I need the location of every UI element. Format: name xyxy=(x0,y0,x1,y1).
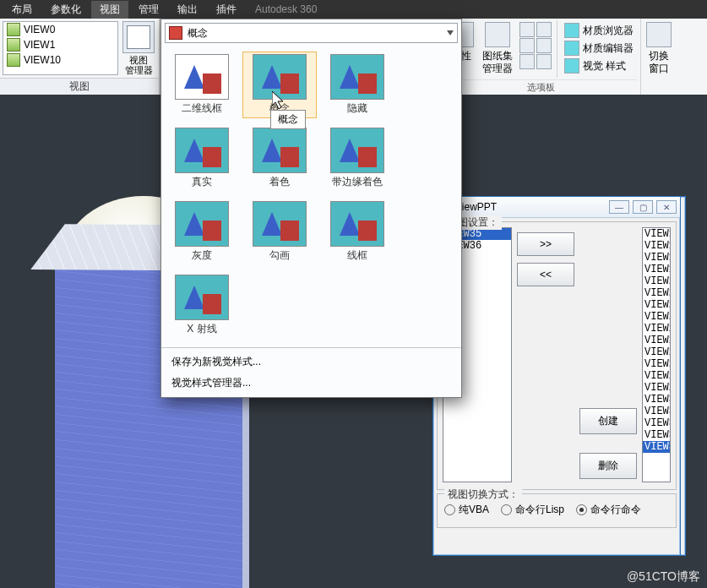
visual-style-manager[interactable]: 视觉样式管理器... xyxy=(161,373,461,394)
material-browser-icon xyxy=(564,23,579,38)
list-item[interactable]: VIEW17 xyxy=(643,240,670,252)
list-item[interactable]: VIEW34 xyxy=(643,441,670,453)
list-item[interactable]: VIEW23 xyxy=(643,311,670,323)
create-button[interactable]: 创建 xyxy=(579,408,637,434)
list-item[interactable]: VIEW24 xyxy=(643,323,670,335)
menu-layout[interactable]: 布局 xyxy=(3,1,41,19)
list-item[interactable]: VIEW26 xyxy=(643,346,670,358)
visual-style-shaded_edges[interactable]: 带边缘着色 xyxy=(320,125,394,192)
tooltip: 概念 xyxy=(270,110,306,129)
maximize-button[interactable]: ▢ xyxy=(633,200,653,214)
radio-icon xyxy=(576,504,587,515)
visual-style-thumb xyxy=(175,275,229,320)
visual-styles-footer: 保存为新视觉样式... 视觉样式管理器... xyxy=(161,347,461,397)
move-left-button[interactable]: << xyxy=(517,263,574,286)
visual-style-realistic[interactable]: 真实 xyxy=(165,125,239,192)
switch-mode-group: 视图切换方式： 纯VBA命令行Lisp命令行命令 xyxy=(437,493,677,528)
list-item[interactable]: VIEW30 xyxy=(643,394,670,406)
menu-parametric[interactable]: 参数化 xyxy=(42,1,90,19)
list-item[interactable]: VIEW22 xyxy=(643,299,670,311)
app-root: 布局 参数化 视图 管理 输出 插件 Autodesk 360 ▾ ◪▾ VIE… xyxy=(0,0,707,588)
small-icon[interactable] xyxy=(519,38,535,53)
visual-styles-grid: 二维线框概念隐藏真实着色带边缘着色灰度勾画线框X 射线 xyxy=(161,46,461,347)
material-browser-button[interactable]: 材质浏览器 xyxy=(563,22,635,39)
menu-bar: 布局 参数化 视图 管理 输出 插件 Autodesk 360 ▾ ◪▾ xyxy=(0,0,707,19)
named-view-item: VIEW0 xyxy=(3,22,117,37)
chevron-down-icon xyxy=(447,30,454,35)
list-item[interactable]: VIEW29 xyxy=(643,382,670,394)
visual-style-thumb xyxy=(253,201,307,247)
menu-output[interactable]: 输出 xyxy=(169,1,206,19)
named-view-item: VIEW1 xyxy=(3,37,117,52)
visual-style-thumb xyxy=(330,54,384,100)
small-icon[interactable] xyxy=(519,54,535,69)
views-panel: VIEW0 VIEW1 VIEW10 视图 管理器 视图 xyxy=(0,19,160,95)
small-icon[interactable] xyxy=(536,22,552,37)
switch-window-button[interactable]: 切换 窗口 xyxy=(644,20,673,78)
visual-style-thumb xyxy=(175,128,229,173)
visual-style-xray[interactable]: X 射线 xyxy=(165,272,239,339)
visual-style-label: 二维线框 xyxy=(182,101,222,116)
viewppt-window: ViewPPT — ▢ ✕ 视图设置： VIEW35VIEW36 >> << 创… xyxy=(432,196,681,556)
list-item[interactable]: VIEW32 xyxy=(643,417,670,429)
visual-style-label: 灰度 xyxy=(192,248,212,263)
radio-option[interactable]: 命令行命令 xyxy=(576,503,641,517)
menu-autodesk360[interactable]: Autodesk 360 xyxy=(247,2,325,17)
menu-plugins[interactable]: 插件 xyxy=(208,1,245,19)
list-item[interactable]: VIEW25 xyxy=(643,335,670,346)
list-item[interactable]: VIEW28 xyxy=(643,370,670,382)
close-button[interactable]: ✕ xyxy=(656,200,677,214)
list-item[interactable]: VIEW20 xyxy=(643,275,670,287)
visual-style-thumb xyxy=(330,201,384,247)
list-item[interactable]: VIEW16 xyxy=(643,228,670,240)
visual-style-thumb xyxy=(253,54,307,100)
visual-style-label: 真实 xyxy=(192,175,212,189)
view-settings-group: 视图设置： VIEW35VIEW36 >> << 创建 删除 VIEW16VIE… xyxy=(437,221,677,490)
small-icon[interactable] xyxy=(519,22,535,37)
material-editor-button[interactable]: 材质编辑器 xyxy=(563,40,635,57)
visual-style-icon xyxy=(564,58,579,74)
visual-style-label: 线框 xyxy=(347,248,367,263)
save-as-new-style[interactable]: 保存为新视觉样式... xyxy=(161,351,461,373)
switch-window-icon xyxy=(646,22,672,47)
visual-style-hidden[interactable]: 隐藏 xyxy=(320,52,394,118)
visual-style-wireframe[interactable]: 线框 xyxy=(320,199,394,265)
radio-option[interactable]: 命令行Lisp xyxy=(501,503,564,517)
visual-style-button[interactable]: 视觉 样式 xyxy=(563,57,635,74)
radio-option[interactable]: 纯VBA xyxy=(444,503,489,517)
visual-style-select-icon xyxy=(169,26,182,40)
menu-manage[interactable]: 管理 xyxy=(130,1,167,19)
visual-style-select[interactable]: 概念 xyxy=(165,23,458,43)
small-icon[interactable] xyxy=(536,54,552,69)
menu-view[interactable]: 视图 xyxy=(91,1,128,19)
visual-style-select-value: 概念 xyxy=(188,26,208,41)
list-item[interactable]: VIEW27 xyxy=(643,358,670,370)
move-right-button[interactable]: >> xyxy=(517,232,574,256)
right-view-list[interactable]: VIEW16VIEW17VIEW18VIEW19VIEW20VIEW21VIEW… xyxy=(642,227,671,482)
list-item[interactable]: VIEW31 xyxy=(643,406,670,417)
list-item[interactable]: VIEW33 xyxy=(643,429,670,441)
list-item[interactable]: VIEW18 xyxy=(643,252,670,264)
visual-style-gray[interactable]: 灰度 xyxy=(165,199,239,265)
switch-mode-legend: 视图切换方式： xyxy=(444,487,522,502)
small-icon[interactable] xyxy=(536,38,552,53)
visual-style-sketch[interactable]: 勾画 xyxy=(242,199,317,265)
visual-style-shaded[interactable]: 着色 xyxy=(242,125,317,192)
panel-footer-views: 视图 xyxy=(0,78,159,95)
view-icon xyxy=(7,53,20,67)
delete-button[interactable]: 删除 xyxy=(579,453,637,479)
visual-style-label: X 射线 xyxy=(187,322,216,336)
view-manager-button[interactable]: 视图 管理器 xyxy=(121,21,156,75)
sheetset-button[interactable]: 图纸集 管理器 xyxy=(479,20,516,78)
visual-style-wire2d[interactable]: 二维线框 xyxy=(165,52,239,118)
visual-style-label: 隐藏 xyxy=(347,101,367,116)
visual-style-label: 带边缘着色 xyxy=(332,175,383,189)
visual-style-concept[interactable]: 概念 xyxy=(242,52,317,118)
sheetset-icon xyxy=(485,22,510,47)
list-item[interactable]: VIEW19 xyxy=(643,264,670,275)
list-item[interactable]: VIEW21 xyxy=(643,287,670,299)
radio-icon xyxy=(444,504,455,515)
minimize-button[interactable]: — xyxy=(609,200,629,214)
named-views-list[interactable]: VIEW0 VIEW1 VIEW10 xyxy=(3,21,118,75)
visual-style-thumb xyxy=(330,128,384,173)
